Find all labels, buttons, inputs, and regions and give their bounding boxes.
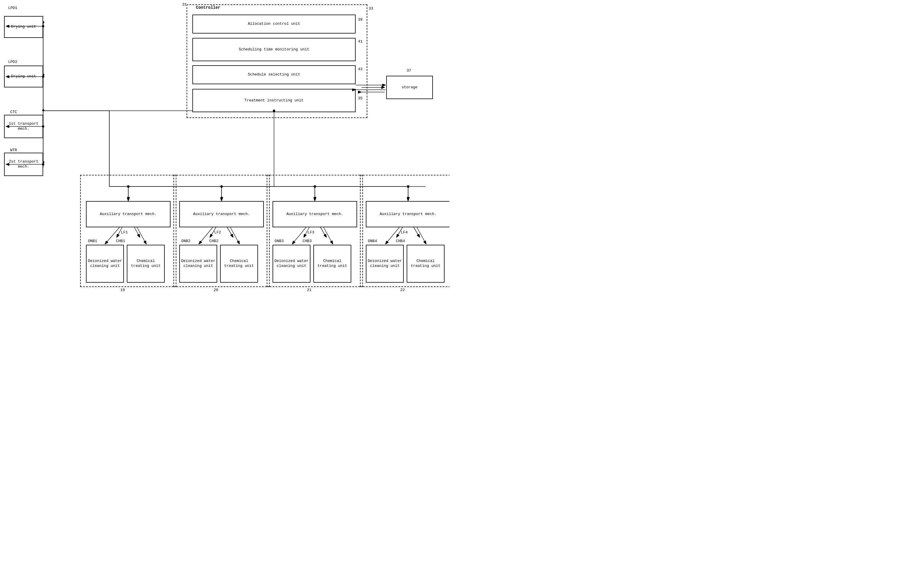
chem-lf1: Chemical treating unit [127, 245, 165, 282]
chb1-label: CHB1 [116, 239, 125, 243]
ref19: 19 [120, 288, 125, 292]
diagram: LPD1 Drying unit LPD2 Drying unit CTC 1s… [0, 0, 450, 294]
ref41: 41 [358, 39, 363, 44]
transport-1st: 1st transport mech. [4, 115, 43, 138]
drying-unit-2: Drying unit [4, 66, 43, 87]
onb4-label: ONB4 [368, 239, 377, 243]
aux-transport-lf3: Auxiliary transport mech. [273, 201, 357, 227]
onb3-label: ONB3 [275, 239, 284, 243]
junction-dot [42, 109, 44, 111]
lf1-label: LF1 [121, 230, 128, 235]
chem-lf3: Chemical treating unit [314, 245, 351, 282]
deion-lf2: Deionized water cleaning unit [179, 245, 217, 282]
treatment-instructing-unit: Treatment instructing unit [192, 89, 356, 112]
chb4-label: CHB4 [396, 239, 405, 243]
scheduling-unit: Scheduling time monitoring unit [192, 38, 356, 61]
ref35: 35 [358, 96, 363, 100]
lf3-label: LF3 [307, 230, 314, 235]
ref43: 43 [358, 67, 363, 71]
ref21: 21 [307, 288, 312, 292]
deion-lf1: Deionized water cleaning unit [86, 245, 124, 282]
ref37: 37 [407, 68, 411, 73]
schedule-selecting-unit: Schedule selecting unit [192, 65, 356, 84]
wtr-label: WTR [10, 148, 17, 153]
ref39: 39 [358, 17, 363, 22]
chem-lf4: Chemical treating unit [407, 245, 445, 282]
aux-transport-lf2: Auxiliary transport mech. [179, 201, 264, 227]
onb1-label: ONB1 [88, 239, 97, 243]
controller-label: Controller [195, 5, 222, 10]
ref31: 31 [182, 2, 187, 7]
transport-2nd: 2st transport mech. [4, 153, 43, 176]
aux-transport-lf1: Auxiliary transport mech. [86, 201, 170, 227]
chem-lf2: Chemical treating unit [220, 245, 258, 282]
ref20: 20 [214, 288, 218, 292]
drying-unit-1: Drying unit [4, 16, 43, 38]
lpd1-label: LPD1 [8, 6, 17, 10]
deion-lf4: Deionized water cleaning unit [366, 245, 404, 282]
chb3-label: CHB3 [303, 239, 312, 243]
lf2-label: LF2 [214, 230, 221, 235]
storage-box: storage [386, 76, 433, 99]
ref33: 33 [369, 6, 374, 11]
lpd2-label: LPD2 [8, 60, 17, 64]
chb2-label: CHB2 [209, 239, 218, 243]
ref22: 22 [400, 288, 405, 292]
allocation-control-unit: Allocation control unit [192, 15, 356, 34]
ctc-label: CTC [10, 110, 17, 114]
aux-transport-lf4: Auxiliary transport mech. [366, 201, 450, 227]
deion-lf3: Deionized water cleaning unit [273, 245, 310, 282]
onb2-label: ONB2 [181, 239, 190, 243]
lf4-label: LF4 [401, 230, 408, 235]
